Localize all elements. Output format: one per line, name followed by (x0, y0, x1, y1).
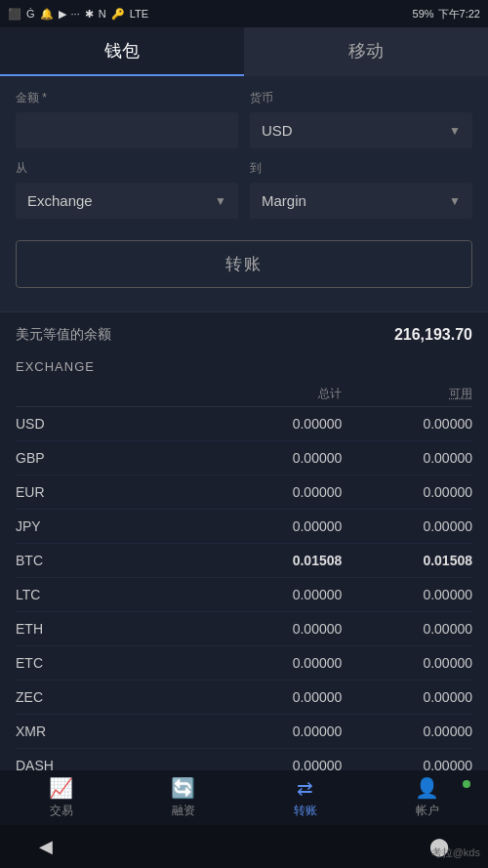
account-icon: 👤 (415, 776, 439, 800)
nav-item-account[interactable]: 👤 帐户 (366, 776, 488, 819)
status-lte: LTE (130, 8, 148, 20)
row-coin: GBP (16, 450, 212, 466)
form-row-1: 金额 * 货币 USD ▼ (16, 90, 472, 148)
row-avail: 0.00000 (342, 587, 472, 602)
row-coin: ETH (16, 621, 212, 637)
row-total: 0.00000 (212, 723, 343, 739)
status-icon-nfc: N (99, 8, 106, 20)
battery-level: 59% (413, 8, 434, 20)
row-total: 0.00000 (212, 689, 343, 705)
table-rows: USD 0.00000 0.00000 GBP 0.00000 0.00000 … (16, 407, 472, 802)
form-row-2: 从 Exchange ▼ 到 Margin ▼ (16, 160, 472, 219)
status-icon-bell: 🔔 (40, 8, 54, 21)
watermark: 考拉@kds (431, 846, 480, 860)
row-avail: 0.00000 (342, 450, 472, 466)
from-value: Exchange (27, 192, 93, 209)
row-avail: 0.00000 (342, 621, 472, 637)
bottom-nav: 📈 交易 🔄 融资 ⇄ 转账 👤 帐户 (0, 770, 488, 825)
account-label: 帐户 (416, 803, 439, 819)
system-bar: ◀ ⬤ 考拉@kds (0, 825, 488, 868)
status-icon-bt: ✱ (85, 8, 94, 21)
from-label: 从 (16, 160, 238, 177)
status-bar-left: ⬛ Ġ 🔔 ▶ ··· ✱ N 🔑 LTE (8, 8, 148, 21)
row-avail: 0.00000 (342, 518, 472, 534)
tab-mobile[interactable]: 移动 (244, 27, 488, 76)
balance-row: 美元等值的余额 216,193.70 (16, 326, 472, 344)
currency-chevron-icon: ▼ (449, 124, 461, 138)
top-tabs: 钱包 移动 (0, 27, 488, 76)
nav-item-transfer[interactable]: ⇄ 转账 (244, 776, 366, 819)
row-coin: ZEC (16, 689, 212, 705)
row-avail: 0.00000 (342, 655, 472, 671)
from-chevron-icon: ▼ (215, 194, 226, 208)
tab-wallet[interactable]: 钱包 (0, 27, 244, 76)
time: 下午7:22 (438, 7, 480, 21)
row-avail: 0.00000 (342, 484, 472, 500)
table-row: BTC 0.01508 0.01508 (16, 544, 472, 578)
row-coin: XMR (16, 723, 212, 739)
status-bar-right: 59% 下午7:22 (413, 7, 480, 21)
transfer-label: 转账 (294, 803, 317, 819)
row-total: 0.00000 (212, 416, 343, 432)
amount-input[interactable] (16, 112, 238, 148)
transfer-button[interactable]: 转账 (16, 240, 472, 288)
to-chevron-icon: ▼ (449, 194, 461, 208)
status-icon-play: ▶ (59, 8, 66, 21)
nav-item-funding[interactable]: 🔄 融资 (122, 776, 244, 819)
funding-icon: 🔄 (171, 776, 195, 800)
row-avail: 0.00000 (342, 689, 472, 705)
status-icon-key: 🔑 (111, 8, 125, 21)
table-section: EXCHANGE 总计 可用 USD 0.00000 0.00000 GBP 0… (0, 351, 488, 802)
currency-select[interactable]: USD ▼ (250, 112, 472, 148)
table-row: ETC 0.00000 0.00000 (16, 646, 472, 681)
currency-field: 货币 USD ▼ (250, 90, 472, 148)
status-icon-2: Ġ (26, 8, 35, 20)
balance-section: 美元等值的余额 216,193.70 (0, 311, 488, 351)
back-button[interactable]: ◀ (39, 836, 53, 857)
to-label: 到 (250, 160, 472, 177)
row-total: 0.00000 (212, 587, 343, 602)
balance-value: 216,193.70 (394, 326, 472, 344)
table-header: 总计 可用 (16, 378, 472, 407)
amount-label: 金额 * (16, 90, 238, 106)
amount-field: 金额 * (16, 90, 238, 148)
table-row: EUR 0.00000 0.00000 (16, 475, 472, 510)
col-avail-header: 可用 (342, 386, 472, 402)
currency-value: USD (262, 122, 293, 139)
row-coin: JPY (16, 518, 212, 534)
row-total: 0.00000 (212, 450, 343, 466)
row-total: 0.01508 (212, 553, 343, 568)
row-avail: 0.01508 (342, 553, 472, 568)
row-avail: 0.00000 (342, 723, 472, 739)
row-total: 0.00000 (212, 518, 343, 534)
trade-icon: 📈 (49, 776, 73, 800)
row-coin: USD (16, 416, 212, 432)
row-coin: LTC (16, 587, 212, 602)
row-total: 0.00000 (212, 621, 343, 637)
to-field: 到 Margin ▼ (250, 160, 472, 219)
table-row: GBP 0.00000 0.00000 (16, 441, 472, 475)
row-coin: ETC (16, 655, 212, 671)
to-select[interactable]: Margin ▼ (250, 183, 472, 219)
nav-item-trade[interactable]: 📈 交易 (0, 776, 122, 819)
transfer-btn-wrap: 转账 (16, 230, 472, 302)
status-icon-1: ⬛ (8, 8, 21, 21)
col-total-header: 总计 (212, 386, 343, 402)
balance-label: 美元等值的余额 (16, 326, 111, 344)
to-value: Margin (262, 192, 306, 209)
table-row: ZEC 0.00000 0.00000 (16, 681, 472, 715)
funding-label: 融资 (172, 803, 195, 819)
from-select[interactable]: Exchange ▼ (16, 183, 238, 219)
row-avail: 0.00000 (342, 416, 472, 432)
table-row: JPY 0.00000 0.00000 (16, 510, 472, 544)
row-coin: BTC (16, 553, 212, 568)
form-area: 金额 * 货币 USD ▼ 从 Exchange ▼ 到 Margin ▼ (0, 76, 488, 311)
section-title: EXCHANGE (16, 351, 472, 378)
from-field: 从 Exchange ▼ (16, 160, 238, 219)
status-bar: ⬛ Ġ 🔔 ▶ ··· ✱ N 🔑 LTE 59% 下午7:22 (0, 0, 488, 27)
row-coin: EUR (16, 484, 212, 500)
table-row: XMR 0.00000 0.00000 (16, 715, 472, 749)
table-row: USD 0.00000 0.00000 (16, 407, 472, 441)
table-row: ETH 0.00000 0.00000 (16, 612, 472, 646)
account-dot (463, 780, 470, 788)
